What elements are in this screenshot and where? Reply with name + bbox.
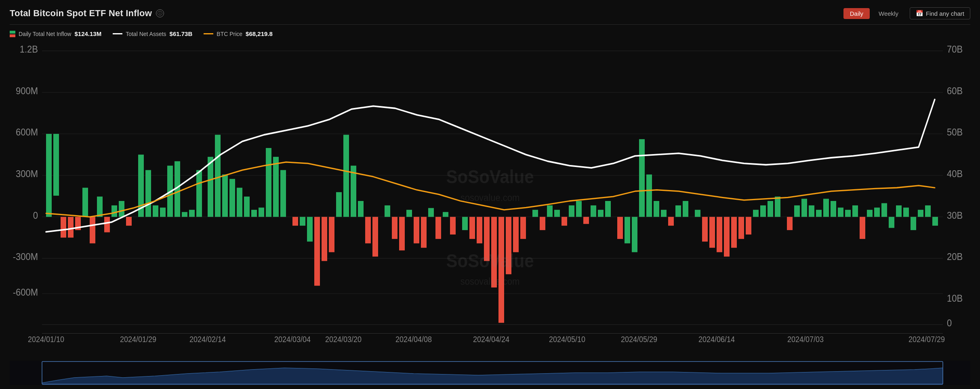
- svg-text:60B: 60B: [947, 85, 963, 96]
- legend-btc-price: BTC Price $68,219.8: [204, 30, 273, 37]
- svg-text:2024/04/24: 2024/04/24: [473, 335, 509, 344]
- svg-rect-135: [889, 217, 894, 228]
- svg-text:-600M: -600M: [13, 287, 38, 298]
- tab-daily[interactable]: Daily: [843, 8, 870, 19]
- svg-text:0: 0: [947, 317, 952, 328]
- svg-rect-90: [547, 205, 553, 217]
- svg-rect-55: [273, 157, 279, 217]
- svg-rect-109: [695, 210, 700, 217]
- controls-area: Daily Weekly 📅 Find any chart: [843, 7, 970, 19]
- svg-text:1.2B: 1.2B: [20, 44, 38, 55]
- svg-rect-91: [554, 210, 560, 217]
- svg-rect-32: [97, 197, 103, 217]
- svg-rect-78: [450, 217, 456, 235]
- main-chart[interactable]: 1.2B 900M 600M 300M 0 -300M -600M 70B 60…: [10, 42, 970, 360]
- svg-text:SoSoValue: SoSoValue: [446, 167, 534, 187]
- svg-rect-60: [314, 217, 320, 285]
- chart-area: 1.2B 900M 600M 300M 0 -300M -600M 70B 60…: [10, 42, 970, 385]
- svg-rect-30: [82, 188, 88, 217]
- svg-rect-40: [160, 207, 166, 217]
- net-assets-value: $61.73B: [170, 30, 193, 37]
- svg-rect-64: [343, 135, 349, 217]
- daily-inflow-value: $124.13M: [74, 30, 101, 37]
- svg-rect-105: [661, 210, 667, 217]
- svg-rect-46: [208, 157, 213, 217]
- bar-swatch: [10, 31, 15, 37]
- svg-rect-124: [809, 205, 814, 217]
- legend-net-assets: Total Net Assets $61.73B: [113, 30, 192, 37]
- svg-rect-127: [831, 201, 836, 217]
- svg-rect-73: [414, 217, 419, 243]
- svg-rect-62: [329, 217, 334, 252]
- svg-rect-25: [46, 134, 52, 217]
- svg-rect-45: [196, 170, 202, 217]
- minimap[interactable]: [10, 361, 970, 385]
- svg-rect-48: [222, 175, 228, 217]
- svg-rect-34: [111, 205, 117, 217]
- svg-rect-112: [717, 217, 722, 252]
- svg-text:300M: 300M: [16, 168, 38, 179]
- legend-row: Daily Total Net Inflow $124.13M Total Ne…: [10, 27, 970, 40]
- chart-svg: 1.2B 900M 600M 300M 0 -300M -600M 70B 60…: [10, 42, 970, 360]
- svg-rect-129: [845, 210, 851, 217]
- svg-rect-58: [300, 217, 305, 226]
- svg-rect-75: [428, 208, 434, 217]
- svg-rect-103: [646, 175, 652, 217]
- svg-rect-107: [675, 205, 681, 217]
- svg-rect-63: [336, 192, 342, 217]
- svg-rect-128: [838, 207, 843, 217]
- svg-rect-43: [182, 212, 187, 217]
- svg-text:sosovalue.com: sosovalue.com: [461, 276, 520, 287]
- svg-rect-114: [731, 217, 737, 247]
- svg-rect-122: [794, 205, 800, 217]
- svg-rect-27: [61, 217, 66, 237]
- svg-rect-92: [562, 217, 567, 226]
- svg-text:2024/04/08: 2024/04/08: [395, 335, 432, 344]
- svg-rect-117: [753, 210, 759, 217]
- svg-rect-126: [823, 199, 829, 217]
- svg-rect-132: [867, 210, 873, 217]
- svg-text:2024/03/04: 2024/03/04: [274, 335, 311, 344]
- svg-rect-28: [68, 217, 74, 237]
- svg-rect-87: [520, 217, 526, 239]
- svg-rect-121: [787, 217, 793, 230]
- svg-text:2024/01/10: 2024/01/10: [28, 335, 64, 344]
- svg-text:20B: 20B: [947, 251, 963, 262]
- page-container: Total Bitcoin Spot ETF Net Inflow ⓘ Dail…: [0, 0, 980, 389]
- svg-rect-130: [852, 205, 858, 217]
- find-chart-button[interactable]: 📅 Find any chart: [910, 7, 970, 19]
- svg-text:2024/06/14: 2024/06/14: [698, 335, 735, 344]
- svg-text:SoSoValue: SoSoValue: [446, 250, 534, 271]
- svg-text:40B: 40B: [947, 168, 963, 179]
- svg-rect-139: [918, 210, 923, 217]
- svg-rect-111: [709, 217, 715, 247]
- btc-price-value: $68,219.8: [246, 30, 273, 37]
- svg-text:2024/07/03: 2024/07/03: [787, 335, 824, 344]
- info-icon[interactable]: ⓘ: [156, 9, 164, 17]
- svg-rect-74: [421, 217, 427, 247]
- svg-rect-52: [251, 210, 257, 217]
- svg-rect-79: [462, 217, 468, 230]
- svg-rect-101: [632, 217, 637, 252]
- svg-rect-72: [406, 210, 412, 217]
- svg-rect-67: [365, 217, 371, 243]
- svg-rect-35: [119, 201, 124, 217]
- find-chart-label: Find any chart: [926, 10, 964, 17]
- svg-text:sosovalue.com: sosovalue.com: [461, 192, 520, 203]
- svg-rect-61: [322, 217, 327, 261]
- svg-rect-116: [746, 217, 751, 235]
- svg-rect-39: [153, 205, 158, 217]
- svg-text:2024/07/29: 2024/07/29: [908, 335, 945, 344]
- minimap-svg: [10, 361, 970, 385]
- svg-rect-115: [738, 217, 744, 239]
- svg-text:50B: 50B: [947, 127, 963, 138]
- svg-rect-93: [569, 205, 574, 217]
- svg-rect-98: [605, 201, 611, 217]
- tab-weekly[interactable]: Weekly: [872, 8, 905, 19]
- svg-rect-97: [598, 210, 604, 217]
- svg-rect-68: [372, 217, 378, 256]
- orange-line-swatch: [204, 33, 213, 34]
- svg-text:900M: 900M: [16, 85, 38, 96]
- svg-rect-49: [229, 179, 235, 217]
- svg-rect-77: [443, 212, 448, 217]
